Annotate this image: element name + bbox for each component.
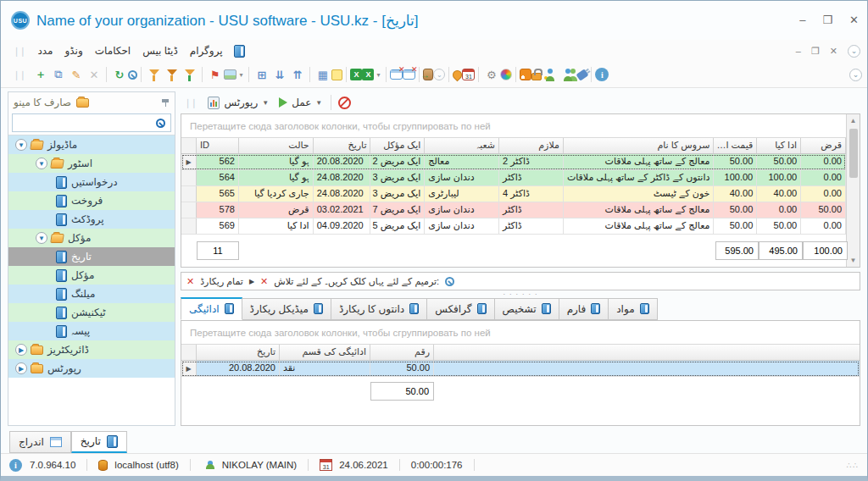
cell-emp[interactable]: ڈاکٹر 2 — [499, 154, 564, 169]
menu-item-4[interactable]: پروگرام — [184, 42, 229, 59]
table-row-0[interactable]: ▶562ہو گیا20.08.2020ایک مریض 2معالجڈاکٹر… — [181, 154, 846, 170]
cell-client[interactable]: ایک مریض 3 — [370, 170, 425, 185]
collapse-node-icon[interactable]: ▼ — [36, 232, 47, 244]
refresh-icon[interactable]: ↻ — [110, 66, 128, 84]
tab-4[interactable]: تشخیص — [495, 298, 559, 320]
cell-id[interactable]: 562 — [197, 154, 239, 169]
exit-icon[interactable] — [423, 69, 433, 80]
horizontal-splitter[interactable]: · · · · · · — [181, 290, 860, 297]
cell-debt[interactable]: 0.00 — [801, 170, 846, 185]
column-header-client[interactable]: ایک مؤکل — [370, 138, 425, 153]
sidebar-item-10[interactable]: پیسہ — [8, 322, 175, 340]
filter-edit-hint[interactable]: :ترمیم کے لئے یہاں کلک کریں۔ کے لئے تلاش — [274, 276, 439, 287]
cell-dept[interactable]: دندان سازی — [425, 170, 499, 185]
mdi-restore-button[interactable]: ❐ — [811, 46, 820, 57]
cell-debt[interactable]: 50.00 — [801, 202, 846, 218]
filter-apply-arrow-icon[interactable]: ▶ — [249, 278, 254, 285]
expand-node-icon[interactable]: ▶ — [15, 344, 27, 356]
cell-id[interactable]: 565 — [197, 186, 239, 202]
menu-item-0[interactable]: مدد — [31, 42, 58, 59]
menu-item-1[interactable]: ونڈو — [59, 42, 89, 59]
edit-record-icon[interactable]: ✎ — [67, 66, 85, 84]
column-header-type[interactable]: ادائیگی کی قسم — [280, 345, 370, 360]
sidebar-item-2[interactable]: درخواستیں — [8, 173, 175, 191]
sidebar-search-input[interactable] — [13, 118, 156, 128]
settings-gear-icon[interactable]: ⚙ — [482, 66, 500, 84]
cell-service[interactable]: معالج کے ساتھ پہلی ملاقات — [564, 202, 715, 218]
column-header-price[interactable]: قیمت ا… — [714, 138, 757, 153]
cell-paid[interactable]: 100.00 — [757, 170, 801, 185]
filter-apply-icon[interactable] — [163, 66, 181, 84]
resize-grip[interactable]: ∴∴ — [846, 461, 859, 470]
sidebar-item-5[interactable]: ▼مؤکل — [8, 229, 175, 247]
expand-all-icon[interactable]: ⇈ — [288, 66, 306, 84]
sidebar-item-4[interactable]: پروڈکٹ — [8, 210, 175, 229]
copy-record-icon[interactable]: ⧉ — [49, 66, 67, 84]
cell-emp[interactable]: ڈاکٹر 4 — [499, 186, 564, 202]
cell-date[interactable]: 04.09.2020 — [314, 218, 371, 234]
excel-export-icon[interactable]: X — [350, 69, 362, 80]
menu-item-3[interactable]: ڈیٹا بیس — [136, 42, 184, 59]
cell-emp[interactable]: ڈاکٹر — [499, 170, 564, 185]
card-view-icon[interactable]: ⊞ — [253, 66, 270, 84]
filter-icon[interactable] — [145, 66, 163, 84]
close-button[interactable]: ✕ — [849, 14, 859, 27]
cell-emp[interactable]: ڈاکٹر — [499, 218, 564, 234]
subgrid-group-panel[interactable]: Перетащите сюда заголовок колонки, чтобы… — [181, 321, 860, 345]
cell-price[interactable]: 50.00 — [714, 202, 757, 218]
maximize-button[interactable]: ❒ — [822, 14, 832, 27]
scroll-up-arrow[interactable]: ▲ — [847, 114, 860, 127]
cell-date[interactable]: 20.08.2020 — [314, 154, 371, 169]
cell-client[interactable]: ایک مریض 3 — [370, 186, 425, 202]
mdi-window-menu-button[interactable]: ⌄ — [848, 45, 860, 58]
cell-debt[interactable]: 0.00 — [801, 218, 846, 234]
cell-paid[interactable]: 40.00 — [757, 186, 801, 202]
search-icon[interactable] — [156, 119, 165, 128]
stop-icon[interactable] — [338, 97, 351, 109]
table-row-0[interactable]: ▶20.08.2020نقد50.00 — [181, 361, 860, 377]
reports-button[interactable]: رپورٹس ▼ — [203, 95, 274, 111]
column-header-service[interactable]: سروس کا نام — [564, 138, 715, 153]
pin-icon[interactable] — [161, 97, 170, 108]
mdi-close-button[interactable]: ✕ — [830, 46, 837, 57]
cell-status[interactable]: جاری کردیا گیا — [239, 186, 314, 202]
image-icon[interactable] — [224, 69, 236, 80]
cell-type[interactable]: نقد — [280, 361, 370, 376]
cell-dept[interactable]: دندان سازی — [425, 218, 499, 234]
info-icon[interactable]: i — [9, 459, 22, 472]
table-row-3[interactable]: 578قرض03.02.2021ایک مریض 7دندان سازیڈاکٹ… — [181, 202, 846, 218]
collapse-all-icon[interactable]: ⇊ — [270, 66, 288, 84]
table-row-2[interactable]: 565جاری کردیا گیا24.08.2020ایک مریض 3لیب… — [181, 186, 846, 202]
window-list-icon[interactable]: ⌄ — [433, 69, 445, 80]
user-payment-icon[interactable] — [542, 66, 559, 84]
cell-price[interactable]: 40.00 — [714, 186, 757, 202]
color-wheel-icon[interactable] — [500, 69, 512, 80]
cell-date[interactable]: 24.08.2020 — [314, 186, 371, 202]
cell-id[interactable]: 564 — [197, 170, 239, 185]
minimize-button[interactable]: – — [799, 14, 805, 27]
cell-debt[interactable]: 0.00 — [801, 154, 846, 169]
cell-emp[interactable]: ڈاکٹر — [499, 202, 564, 218]
image-dropdown-icon[interactable]: ▾ — [236, 66, 245, 84]
note-icon[interactable] — [331, 69, 342, 80]
add-record-icon[interactable]: ＋ — [31, 66, 49, 84]
sidebar-item-7[interactable]: مؤکل — [8, 266, 175, 285]
cell-dept[interactable]: لیبارٹری — [425, 186, 499, 202]
mdi-minimize-button[interactable]: – — [796, 46, 801, 56]
cell-price[interactable]: 50.00 — [714, 154, 757, 169]
search-icon[interactable] — [128, 70, 137, 80]
table-row-4[interactable]: 569ادا کیا04.09.2020ایک مریض 5دندان سازی… — [181, 218, 846, 235]
scroll-down-arrow[interactable]: ▼ — [847, 254, 860, 267]
expand-node-icon[interactable]: ▶ — [15, 362, 27, 374]
toolbar-overflow-button[interactable]: ⌄ — [849, 69, 862, 81]
cell-service[interactable]: معالج کے ساتھ پہلی ملاقات — [564, 154, 715, 169]
cell-id[interactable]: 569 — [197, 218, 239, 234]
user-group-icon[interactable] — [559, 66, 577, 84]
action-button[interactable]: عمل ▼ — [274, 95, 327, 110]
excel-import-icon[interactable]: X — [362, 69, 374, 80]
cell-client[interactable]: ایک مریض 2 — [370, 154, 425, 169]
filter-search-icon[interactable] — [445, 277, 454, 286]
column-header-paid[interactable]: ادا کیا — [757, 138, 801, 153]
sidebar-item-12[interactable]: ▶رپورٹس — [8, 359, 175, 378]
cell-paid[interactable]: 0.00 — [757, 202, 801, 218]
